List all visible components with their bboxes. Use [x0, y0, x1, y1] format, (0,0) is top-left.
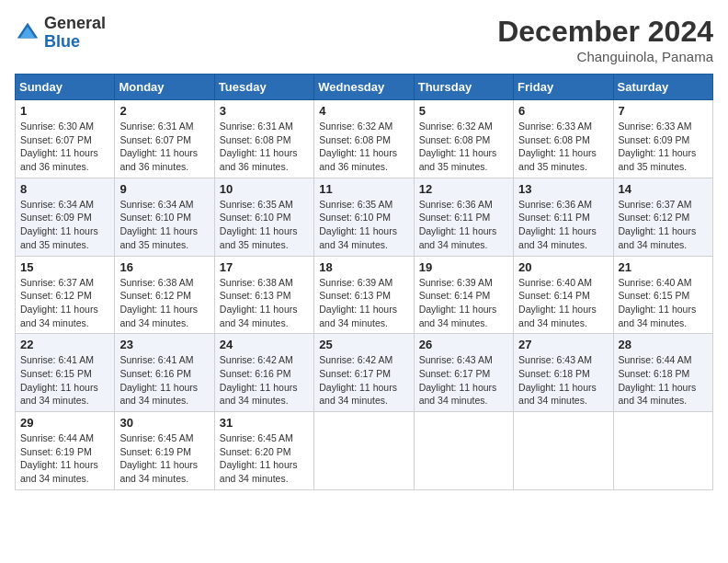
- day-number: 3: [220, 104, 309, 118]
- day-number: 17: [220, 260, 309, 274]
- calendar-table: SundayMondayTuesdayWednesdayThursdayFrid…: [15, 74, 713, 490]
- day-number: 5: [419, 104, 508, 118]
- calendar-cell: 20Sunrise: 6:40 AMSunset: 6:14 PMDayligh…: [514, 256, 613, 334]
- calendar-cell: 17Sunrise: 6:38 AMSunset: 6:13 PMDayligh…: [214, 256, 313, 334]
- day-number: 20: [518, 260, 608, 274]
- day-info: Sunrise: 6:33 AMSunset: 6:08 PMDaylight:…: [518, 120, 608, 174]
- calendar-cell: 6Sunrise: 6:33 AMSunset: 6:08 PMDaylight…: [514, 100, 613, 178]
- calendar-week-row: 1Sunrise: 6:30 AMSunset: 6:07 PMDaylight…: [16, 100, 713, 178]
- weekday-header: Monday: [115, 75, 214, 100]
- day-number: 19: [419, 260, 508, 274]
- logo-icon: [15, 20, 40, 46]
- day-number: 16: [119, 260, 209, 274]
- calendar-cell: 10Sunrise: 6:35 AMSunset: 6:10 PMDayligh…: [214, 178, 313, 256]
- day-number: 12: [419, 182, 508, 196]
- day-info: Sunrise: 6:39 AMSunset: 6:14 PMDaylight:…: [419, 276, 508, 330]
- calendar-week-row: 8Sunrise: 6:34 AMSunset: 6:09 PMDaylight…: [16, 178, 713, 256]
- calendar-cell: 19Sunrise: 6:39 AMSunset: 6:14 PMDayligh…: [414, 256, 513, 334]
- day-number: 24: [220, 338, 309, 351]
- weekday-header: Wednesday: [314, 75, 414, 100]
- day-info: Sunrise: 6:37 AMSunset: 6:12 PMDaylight:…: [20, 276, 109, 330]
- calendar-cell: 12Sunrise: 6:36 AMSunset: 6:11 PMDayligh…: [414, 178, 513, 256]
- day-number: 2: [119, 104, 209, 118]
- logo: General Blue: [15, 15, 106, 52]
- day-number: 8: [20, 182, 109, 196]
- day-info: Sunrise: 6:30 AMSunset: 6:07 PMDaylight:…: [20, 120, 109, 174]
- day-info: Sunrise: 6:37 AMSunset: 6:12 PMDaylight:…: [619, 198, 708, 252]
- day-number: 30: [119, 416, 209, 430]
- day-info: Sunrise: 6:40 AMSunset: 6:14 PMDaylight:…: [518, 276, 608, 330]
- calendar-cell: 16Sunrise: 6:38 AMSunset: 6:12 PMDayligh…: [115, 256, 214, 334]
- calendar-cell: 15Sunrise: 6:37 AMSunset: 6:12 PMDayligh…: [16, 256, 115, 334]
- calendar-cell: 3Sunrise: 6:31 AMSunset: 6:08 PMDaylight…: [214, 100, 313, 178]
- calendar-cell: 18Sunrise: 6:39 AMSunset: 6:13 PMDayligh…: [314, 256, 414, 334]
- day-info: Sunrise: 6:40 AMSunset: 6:15 PMDaylight:…: [619, 276, 708, 330]
- calendar-cell: 1Sunrise: 6:30 AMSunset: 6:07 PMDaylight…: [16, 100, 115, 178]
- calendar-cell: 13Sunrise: 6:36 AMSunset: 6:11 PMDayligh…: [514, 178, 613, 256]
- day-number: 25: [319, 338, 408, 351]
- calendar-cell: 14Sunrise: 6:37 AMSunset: 6:12 PMDayligh…: [613, 178, 712, 256]
- calendar-cell: 28Sunrise: 6:44 AMSunset: 6:18 PMDayligh…: [613, 334, 712, 412]
- day-number: 22: [20, 338, 109, 351]
- calendar-week-row: 22Sunrise: 6:41 AMSunset: 6:15 PMDayligh…: [16, 334, 713, 412]
- day-number: 29: [20, 416, 109, 430]
- logo-text: General Blue: [44, 15, 106, 52]
- day-info: Sunrise: 6:43 AMSunset: 6:18 PMDaylight:…: [518, 353, 608, 408]
- day-info: Sunrise: 6:44 AMSunset: 6:19 PMDaylight:…: [20, 431, 109, 486]
- calendar-cell: 11Sunrise: 6:35 AMSunset: 6:10 PMDayligh…: [314, 178, 414, 256]
- location: Changuinola, Panama: [497, 49, 713, 64]
- day-info: Sunrise: 6:41 AMSunset: 6:16 PMDaylight:…: [119, 353, 209, 408]
- day-number: 13: [518, 182, 608, 196]
- calendar-cell: [514, 412, 613, 490]
- calendar-cell: 30Sunrise: 6:45 AMSunset: 6:19 PMDayligh…: [115, 412, 214, 490]
- day-info: Sunrise: 6:38 AMSunset: 6:12 PMDaylight:…: [119, 276, 209, 330]
- calendar-cell: 26Sunrise: 6:43 AMSunset: 6:17 PMDayligh…: [414, 334, 513, 412]
- day-info: Sunrise: 6:33 AMSunset: 6:09 PMDaylight:…: [619, 120, 708, 174]
- calendar-cell: 5Sunrise: 6:32 AMSunset: 6:08 PMDaylight…: [414, 100, 513, 178]
- calendar-cell: 23Sunrise: 6:41 AMSunset: 6:16 PMDayligh…: [115, 334, 214, 412]
- calendar-week-row: 15Sunrise: 6:37 AMSunset: 6:12 PMDayligh…: [16, 256, 713, 334]
- calendar-cell: [613, 412, 712, 490]
- calendar-cell: 22Sunrise: 6:41 AMSunset: 6:15 PMDayligh…: [16, 334, 115, 412]
- calendar-cell: 8Sunrise: 6:34 AMSunset: 6:09 PMDaylight…: [16, 178, 115, 256]
- day-info: Sunrise: 6:42 AMSunset: 6:16 PMDaylight:…: [220, 353, 309, 408]
- day-info: Sunrise: 6:43 AMSunset: 6:17 PMDaylight:…: [419, 353, 508, 408]
- calendar-header-row: SundayMondayTuesdayWednesdayThursdayFrid…: [16, 75, 713, 100]
- day-info: Sunrise: 6:39 AMSunset: 6:13 PMDaylight:…: [319, 276, 408, 330]
- calendar-week-row: 29Sunrise: 6:44 AMSunset: 6:19 PMDayligh…: [16, 412, 713, 490]
- day-number: 18: [319, 260, 408, 274]
- day-info: Sunrise: 6:31 AMSunset: 6:08 PMDaylight:…: [220, 120, 309, 174]
- day-info: Sunrise: 6:45 AMSunset: 6:19 PMDaylight:…: [119, 431, 209, 486]
- day-number: 28: [619, 338, 708, 351]
- day-number: 10: [220, 182, 309, 196]
- day-number: 15: [20, 260, 109, 274]
- day-info: Sunrise: 6:36 AMSunset: 6:11 PMDaylight:…: [518, 198, 608, 252]
- day-info: Sunrise: 6:32 AMSunset: 6:08 PMDaylight:…: [319, 120, 408, 174]
- page-header: General Blue December 2024 Changuinola, …: [15, 15, 713, 64]
- calendar-cell: 9Sunrise: 6:34 AMSunset: 6:10 PMDaylight…: [115, 178, 214, 256]
- day-info: Sunrise: 6:34 AMSunset: 6:10 PMDaylight:…: [119, 198, 209, 252]
- day-number: 6: [518, 104, 608, 118]
- calendar-cell: 31Sunrise: 6:45 AMSunset: 6:20 PMDayligh…: [214, 412, 313, 490]
- weekday-header: Saturday: [613, 75, 712, 100]
- calendar-cell: [314, 412, 414, 490]
- calendar-cell: 27Sunrise: 6:43 AMSunset: 6:18 PMDayligh…: [514, 334, 613, 412]
- day-number: 21: [619, 260, 708, 274]
- day-info: Sunrise: 6:45 AMSunset: 6:20 PMDaylight:…: [220, 431, 309, 486]
- day-info: Sunrise: 6:32 AMSunset: 6:08 PMDaylight:…: [419, 120, 508, 174]
- day-info: Sunrise: 6:41 AMSunset: 6:15 PMDaylight:…: [20, 353, 109, 408]
- day-number: 14: [619, 182, 708, 196]
- calendar-cell: 25Sunrise: 6:42 AMSunset: 6:17 PMDayligh…: [314, 334, 414, 412]
- calendar-cell: 7Sunrise: 6:33 AMSunset: 6:09 PMDaylight…: [613, 100, 712, 178]
- day-number: 27: [518, 338, 608, 351]
- day-number: 1: [20, 104, 109, 118]
- day-number: 7: [619, 104, 708, 118]
- day-number: 9: [119, 182, 209, 196]
- day-info: Sunrise: 6:36 AMSunset: 6:11 PMDaylight:…: [419, 198, 508, 252]
- weekday-header: Thursday: [414, 75, 513, 100]
- calendar-cell: 4Sunrise: 6:32 AMSunset: 6:08 PMDaylight…: [314, 100, 414, 178]
- day-info: Sunrise: 6:44 AMSunset: 6:18 PMDaylight:…: [619, 353, 708, 408]
- day-number: 11: [319, 182, 408, 196]
- day-number: 26: [419, 338, 508, 351]
- day-info: Sunrise: 6:35 AMSunset: 6:10 PMDaylight:…: [319, 198, 408, 252]
